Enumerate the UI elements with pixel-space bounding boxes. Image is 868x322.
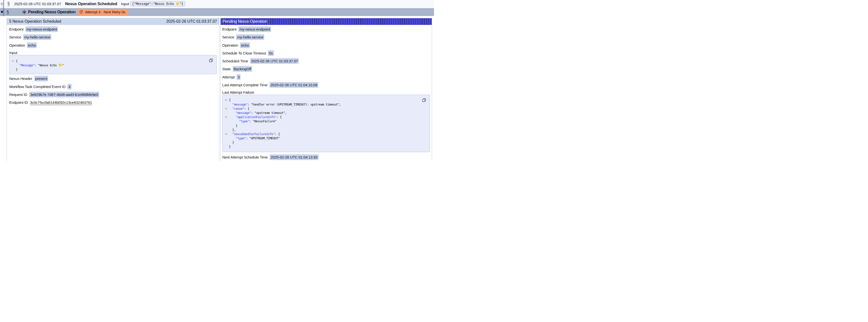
panel-body: Endpoint my-nexus-endpoint Service my-he… xyxy=(221,25,432,160)
code-line: } xyxy=(225,140,420,144)
code-text: "type": "UPSTREAM_TIMEOUT" xyxy=(229,136,280,140)
json-key: "nexusHandlerFailureInfo" xyxy=(232,132,275,136)
timeline-dotted-line xyxy=(2,4,2,16)
field-value: my-hello-service xyxy=(236,34,264,40)
code-line: "cause": { xyxy=(225,106,420,111)
field-value: my-nexus-endpoint xyxy=(238,26,271,32)
json-text xyxy=(229,111,236,115)
field-value: echo xyxy=(27,42,37,48)
copy-icon[interactable] xyxy=(209,58,213,63)
json-text xyxy=(229,115,236,119)
code-text: "type": "NexusFailure" xyxy=(229,119,277,123)
field-label: Next Attempt Schedule Time xyxy=(222,155,268,159)
chevron-down-icon[interactable] xyxy=(225,117,227,118)
event-detail-fields-bottom: Nexus Header present Workflow Task Compl… xyxy=(9,76,217,105)
field-label: Operation xyxy=(9,43,25,47)
field-value: 2025-02-26 UTC 01:03:37.07 xyxy=(250,58,299,64)
chevron-down-icon[interactable] xyxy=(225,108,227,109)
json-text: : { xyxy=(276,115,281,119)
json-key: "type" xyxy=(236,136,246,140)
json-text xyxy=(229,107,232,110)
pending-id-link[interactable]: 5 xyxy=(7,9,9,14)
retry-icon xyxy=(80,10,83,14)
code-text: "nexusHandlerFailureInfo": { xyxy=(229,132,280,136)
failure-label-row: Last Attempt Failure xyxy=(222,90,430,95)
event-detail-fields-top: Endpoint my-nexus-endpoint Service my-he… xyxy=(9,26,217,48)
field-value: my-nexus-endpoint xyxy=(25,26,58,32)
code-line: } xyxy=(225,144,420,149)
failure-json-codeblock: { "message": "handler error (UPSTREAM_TI… xyxy=(222,95,430,152)
chevron-down-icon[interactable] xyxy=(12,60,14,62)
code-line: "message": "handler error (UPSTREAM_TIME… xyxy=(225,102,420,106)
code-text: { xyxy=(229,98,231,102)
json-key: "Message" xyxy=(19,63,35,67)
pending-panel-header: Pending Nexus Operation xyxy=(221,18,432,25)
timeline-event-circle-icon xyxy=(1,3,3,5)
code-line: } xyxy=(12,67,207,71)
field-value: 3 xyxy=(237,74,241,80)
field-value: 2025-02-26 UTC 01:04:10.09 xyxy=(270,82,318,88)
field-label: Attempt xyxy=(222,75,235,79)
event-title: Nexus Operation Scheduled xyxy=(65,2,117,6)
json-key: "message" xyxy=(232,103,248,106)
code-text: }, xyxy=(229,128,236,132)
code-line: } xyxy=(225,124,420,128)
json-text: : "handler error (UPSTREAM_TIMEOUT): ups… xyxy=(247,103,341,106)
field-label: State xyxy=(222,67,231,71)
json-text xyxy=(16,63,19,67)
code-line: }, xyxy=(225,128,420,132)
code-text: } xyxy=(229,144,231,149)
json-key: "message" xyxy=(236,111,251,115)
field-value: present xyxy=(34,76,49,82)
input-json-codeblock: { "Message": "Nexus Echo "} xyxy=(9,55,217,74)
chevron-down-icon[interactable] xyxy=(225,99,227,101)
retry-label: Attempt 3 · Next Retry 0s xyxy=(85,10,125,14)
event-input-preview: {"Message":"Nexus Echo "} xyxy=(130,1,185,6)
code-line: { xyxy=(12,59,207,63)
json-text xyxy=(229,119,239,123)
field-row: Attempt 3 xyxy=(222,74,430,80)
event-detail-panels: 5 Nexus Operation Scheduled 2025-02-26 U… xyxy=(7,18,432,161)
event-detail-panel-header: 5 Nexus Operation Scheduled 2025-02-26 U… xyxy=(7,18,219,25)
timeline-active-bar xyxy=(3,0,4,16)
pending-fields-bottom: Next Attempt Schedule Time 2025-02-26 UT… xyxy=(222,154,430,160)
event-detail-panel-title: 5 Nexus Operation Scheduled xyxy=(9,19,61,24)
field-row: Operation echo xyxy=(9,42,217,48)
field-value: echo xyxy=(240,42,250,48)
pending-panel-title: Pending Nexus Operation xyxy=(222,19,267,24)
code-line: "Message": "Nexus Echo " xyxy=(12,63,207,67)
field-value: my-hello-service xyxy=(23,34,51,40)
code-line: "nexusHandlerFailureInfo": { xyxy=(225,132,420,136)
field-value: 3e829b7e-7d67-4b08-aad3-b1e868bfe9e0 xyxy=(29,92,99,97)
json-text xyxy=(229,132,232,136)
pending-title: Pending Nexus Operation xyxy=(28,9,75,14)
input-label-row: Input xyxy=(9,50,217,55)
field-label: Endpoint xyxy=(9,27,24,31)
json-text: } xyxy=(16,68,18,71)
field-label: Schedule To Close Timeout xyxy=(222,51,266,55)
code-text: "message": "upstream timeout", xyxy=(229,111,287,115)
json-text: : { xyxy=(275,132,280,136)
code-text: "cause": { xyxy=(229,106,249,111)
panel-body: Endpoint my-nexus-endpoint Service my-he… xyxy=(7,25,219,105)
code-line-gutter xyxy=(225,117,229,118)
field-row: Endpoint my-nexus-endpoint xyxy=(222,26,430,32)
field-value: 3c0c75ccfa8144b092c13ce632463761 xyxy=(30,100,92,104)
json-key: "type" xyxy=(239,119,249,123)
code-text: "applicationFailureInfo": { xyxy=(229,115,281,119)
field-label: Endpoint xyxy=(222,27,237,31)
field-label: Service xyxy=(222,35,235,39)
json-text xyxy=(229,103,232,106)
event-id-link[interactable]: 5 xyxy=(8,1,10,6)
code-line-gutter xyxy=(225,133,229,135)
copy-icon[interactable] xyxy=(422,98,426,102)
field-row: Service my-hello-service xyxy=(222,34,430,40)
json-text: { xyxy=(16,59,18,63)
chevron-down-icon[interactable] xyxy=(225,133,227,135)
pending-row-nexus-operation[interactable]: 5 Pending Nexus Operation Attempt 3 · Ne… xyxy=(0,8,434,16)
code-text: "message": "handler error (UPSTREAM_TIME… xyxy=(229,102,341,106)
event-detail-panel-timestamp: 2025-02-26 UTC 01:03:37.07 xyxy=(166,19,217,24)
code-line: "type": "UPSTREAM_TIMEOUT" xyxy=(225,136,420,140)
event-row-nexus-operation-scheduled[interactable]: 5 2025-02-26 UTC 01:03:37.07 Nexus Opera… xyxy=(0,0,434,8)
json-text: : "NexusFailure" xyxy=(249,119,276,123)
